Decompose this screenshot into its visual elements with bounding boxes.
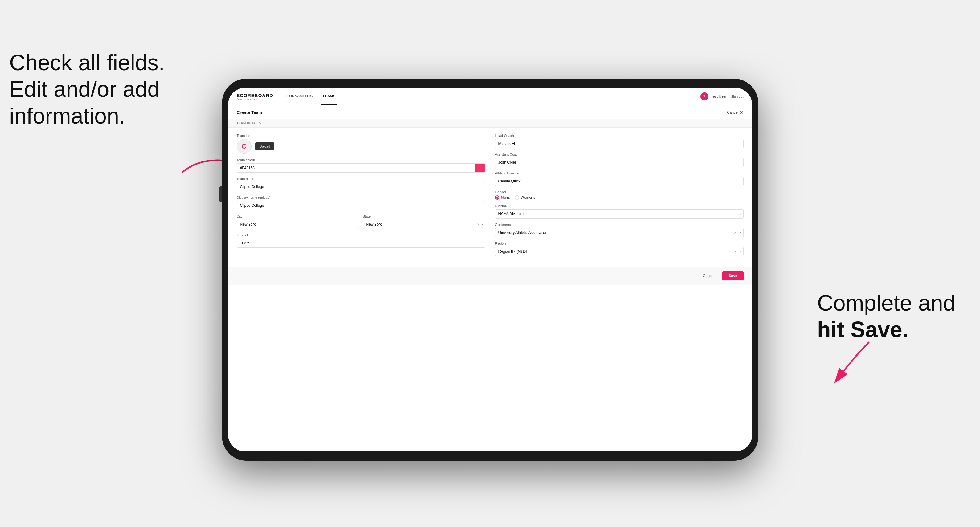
- athletic-dir-group: Athletic Director: [495, 171, 743, 186]
- conference-select[interactable]: University Athletic Association: [495, 228, 743, 237]
- gender-radio-group: Mens Womens: [495, 195, 743, 200]
- tablet-side-button: [220, 186, 222, 202]
- team-colour-input[interactable]: [237, 163, 475, 172]
- state-select[interactable]: New York: [363, 220, 485, 229]
- head-coach-input[interactable]: [495, 139, 743, 148]
- annotation-left: Check all fields. Edit and/or add inform…: [9, 49, 165, 129]
- asst-coach-input[interactable]: [495, 158, 743, 167]
- user-name: Test User |: [711, 94, 729, 98]
- region-group: Region Region II - (M) DIII ✕ ▾: [495, 241, 743, 256]
- state-select-wrap: New York ✕ ▾: [363, 220, 485, 229]
- content-area: Create Team Cancel ✕ TEAM DETAILS Team l…: [228, 105, 752, 451]
- team-colour-group: Team colour: [237, 158, 485, 173]
- city-state-row: City State New York ✕ ▾: [237, 214, 485, 233]
- team-name-input[interactable]: [237, 182, 485, 191]
- region-select[interactable]: Region II - (M) DIII: [495, 247, 743, 256]
- city-input[interactable]: [237, 220, 359, 229]
- region-clear-icon[interactable]: ✕: [734, 250, 737, 254]
- athletic-dir-input[interactable]: [495, 176, 743, 186]
- sign-out-link[interactable]: Sign out: [731, 95, 743, 98]
- gender-label: Gender: [495, 190, 743, 194]
- conference-clear-icon[interactable]: ✕: [734, 231, 737, 235]
- gender-group: Gender Mens Womens: [495, 190, 743, 200]
- form-area: Team logo C Upload Team colour: [228, 128, 752, 267]
- display-name-group: Display name (unique): [237, 196, 485, 210]
- region-field: Region II - (M) DIII ✕ ▾: [495, 247, 743, 256]
- save-button[interactable]: Save: [722, 271, 743, 281]
- close-icon: ✕: [740, 110, 743, 115]
- upload-button[interactable]: Upload: [255, 142, 275, 151]
- nav-tournaments[interactable]: TOURNAMENTS: [283, 88, 314, 105]
- team-name-group: Team name: [237, 177, 485, 191]
- logo-upload-area: C Upload: [237, 139, 485, 154]
- head-coach-label: Head Coach: [495, 134, 743, 137]
- arrow-right-icon: [817, 339, 878, 388]
- nav-teams[interactable]: TEAMS: [321, 88, 337, 105]
- display-name-input[interactable]: [237, 201, 485, 210]
- athletic-dir-label: Athletic Director: [495, 171, 743, 175]
- form-right: Head Coach Assistant Coach Athletic Dire…: [495, 134, 743, 260]
- conference-field: University Athletic Association ✕ ▾: [495, 228, 743, 237]
- state-group: State New York ✕ ▾: [363, 214, 485, 229]
- color-swatch[interactable]: [475, 163, 485, 172]
- state-clear-icon[interactable]: ✕: [477, 222, 480, 227]
- asst-coach-group: Assistant Coach: [495, 152, 743, 167]
- nav-links: TOURNAMENTS TEAMS: [283, 88, 700, 105]
- nav-right: T Test User | Sign out: [700, 92, 743, 100]
- color-field-wrap: [237, 163, 485, 173]
- head-coach-group: Head Coach: [495, 134, 743, 148]
- state-label: State: [363, 214, 485, 218]
- cancel-top[interactable]: Cancel ✕: [727, 110, 743, 115]
- team-name-label: Team name: [237, 177, 485, 181]
- form-footer: Cancel Save: [228, 267, 752, 285]
- logo-sub: Powered by clippd: [237, 98, 273, 100]
- zip-group: Zip code: [237, 233, 485, 248]
- zip-label: Zip code: [237, 233, 485, 237]
- region-label: Region: [495, 241, 743, 245]
- team-colour-label: Team colour: [237, 158, 485, 162]
- gender-mens-radio[interactable]: [495, 195, 500, 200]
- team-logo-group: Team logo C Upload: [237, 134, 485, 154]
- zip-input[interactable]: [237, 238, 485, 248]
- team-logo-label: Team logo: [237, 134, 485, 137]
- navbar: SCOREBOARD Powered by clippd TOURNAMENTS…: [228, 88, 752, 105]
- division-group: Division NCAA Division III ▾: [495, 204, 743, 219]
- division-label: Division: [495, 204, 743, 208]
- tablet-screen: SCOREBOARD Powered by clippd TOURNAMENTS…: [228, 88, 752, 451]
- division-select[interactable]: NCAA Division III: [495, 209, 743, 219]
- conference-label: Conference: [495, 223, 743, 227]
- section-header: TEAM DETAILS: [228, 119, 752, 128]
- page-title: Create Team: [237, 110, 262, 115]
- city-label: City: [237, 214, 359, 218]
- form-left: Team logo C Upload Team colour: [237, 134, 485, 260]
- page-header: Create Team Cancel ✕: [228, 105, 752, 119]
- gender-mens-label[interactable]: Mens: [495, 195, 510, 200]
- annotation-right: Complete and hit Save.: [817, 290, 955, 343]
- tablet-device: SCOREBOARD Powered by clippd TOURNAMENTS…: [222, 79, 758, 461]
- division-dropdown: NCAA Division III ▾: [495, 209, 743, 219]
- city-group: City: [237, 214, 359, 229]
- display-name-label: Display name (unique): [237, 196, 485, 199]
- logo-circle: C: [237, 139, 251, 154]
- logo-text: SCOREBOARD: [237, 93, 273, 98]
- asst-coach-label: Assistant Coach: [495, 152, 743, 156]
- user-avatar: T: [700, 92, 708, 100]
- conference-group: Conference University Athletic Associati…: [495, 223, 743, 237]
- cancel-button[interactable]: Cancel: [698, 271, 719, 280]
- gender-womens-label[interactable]: Womens: [515, 195, 535, 200]
- gender-womens-radio[interactable]: [515, 195, 519, 200]
- logo-area: SCOREBOARD Powered by clippd: [237, 93, 273, 100]
